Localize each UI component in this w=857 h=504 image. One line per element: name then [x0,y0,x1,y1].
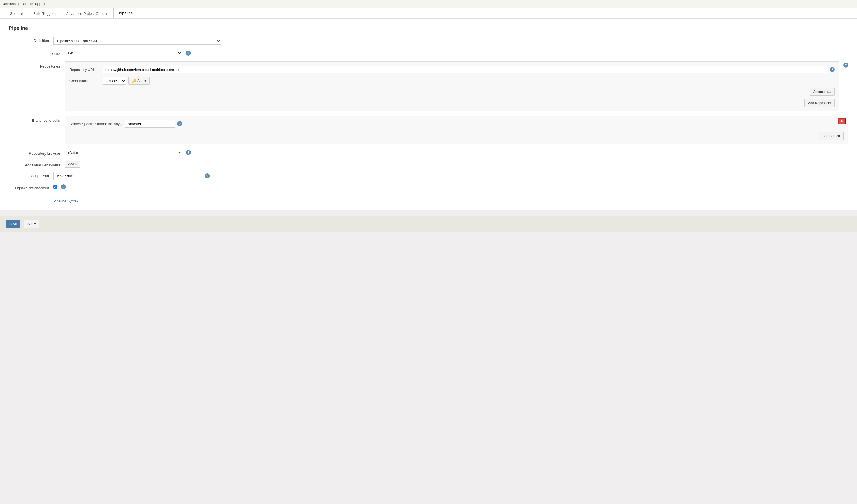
credentials-label: Credentials [69,79,103,83]
scm-help-icon[interactable]: ? [186,51,191,55]
scm-wrap: None Git ? [65,49,232,57]
script-path-label: Script Path [9,172,53,178]
chevron-1-icon: ❯ [17,2,20,5]
branch-remove-button[interactable]: X [838,118,846,124]
tabs-bar: General Build Triggers Advanced Project … [0,8,857,18]
repo-browser-wrap: (Auto) githubweb gitoriousweb gitweb ? [65,149,191,156]
lightweight-checkout-checkbox-wrap [53,185,57,189]
repositories-wrap: Repository URL ? Credentials - none - 🔑 … [65,62,848,111]
branch-specifier-row: Branch Specifier (blank for 'any') ? [69,120,844,127]
chevron-2-icon: ❯ [43,2,46,5]
definition-wrap: Pipeline script Pipeline script from SCM [53,37,221,45]
lightweight-checkout-help-icon[interactable]: ? [61,184,66,189]
repositories-box: Repository URL ? Credentials - none - 🔑 … [65,62,839,111]
advanced-button[interactable]: Advanced... [810,88,835,96]
branches-label: Branches to build [9,116,65,123]
repository-url-label: Repository URL [69,68,103,72]
branches-row: Branches to build X Branch Specifier (bl… [9,116,848,144]
repo-browser-label: Repository browser [9,150,65,156]
breadcrumb: Jenkins ❯ sample_app ❯ [0,0,857,8]
lightweight-checkout-label: Lightweight checkout [9,184,53,190]
add-repo-wrap: Add Repository [69,99,835,107]
branch-specifier-input[interactable] [125,120,175,127]
add-credentials-button[interactable]: 🔑 Add ▾ [128,77,150,85]
jenkins-link[interactable]: Jenkins [3,2,16,6]
tab-build-triggers[interactable]: Build Triggers [28,8,61,18]
additional-behaviours-wrap: Add [65,161,81,168]
repo-actions: Advanced... [69,88,835,98]
credentials-row: Credentials - none - 🔑 Add ▾ [69,77,835,85]
additional-behaviours-row: Additional Behaviours Add [9,161,848,168]
definition-row: Definition Pipeline script Pipeline scri… [9,37,848,45]
repositories-help-icon[interactable]: ? [843,63,848,68]
add-repository-button[interactable]: Add Repository [805,99,835,107]
repo-browser-row: Repository browser (Auto) githubweb gito… [9,149,848,156]
repository-url-input[interactable] [103,66,828,73]
definition-select[interactable]: Pipeline script Pipeline script from SCM [53,37,221,45]
save-button[interactable]: Save [5,220,20,228]
apply-button[interactable]: Apply [24,220,39,228]
tab-pipeline[interactable]: Pipeline [114,8,138,18]
definition-label: Definition [9,37,53,43]
add-behaviour-button[interactable]: Add [65,161,81,168]
scm-label: SCM [9,50,65,56]
lightweight-checkout-wrap: ? [53,184,66,189]
additional-behaviours-label: Additional Behaviours [9,161,65,167]
main-content: Pipeline Definition Pipeline script Pipe… [0,18,857,210]
scm-row: SCM None Git ? [9,49,848,57]
add-branch-button[interactable]: Add Branch [819,132,844,140]
repo-browser-help-icon[interactable]: ? [186,150,191,155]
sample-app-link[interactable]: sample_app [21,2,41,6]
repositories-row: Repositories Repository URL ? Credential… [9,62,848,111]
bottom-bar: Save Apply [0,216,857,232]
repository-url-help-icon[interactable]: ? [829,67,835,72]
add-branch-wrap: Add Branch [69,131,844,140]
scm-select[interactable]: None Git [65,49,182,57]
script-path-wrap: ? [53,172,210,180]
credentials-select[interactable]: - none - [103,77,126,85]
repo-browser-select[interactable]: (Auto) githubweb gitoriousweb gitweb [65,149,182,156]
repositories-label: Repositories [9,62,65,68]
script-path-input[interactable] [53,172,201,180]
repository-url-row: Repository URL ? [69,66,835,73]
tab-general[interactable]: General [4,8,28,18]
key-icon: 🔑 [132,79,136,83]
page-title: Pipeline [9,25,848,31]
lightweight-checkout-checkbox[interactable] [53,185,57,189]
branch-specifier-label: Branch Specifier (blank for 'any') [69,122,125,126]
branches-box: X Branch Specifier (blank for 'any') ? A… [65,116,848,144]
script-path-help-icon[interactable]: ? [205,173,210,178]
branch-specifier-help-icon[interactable]: ? [177,121,182,126]
pipeline-syntax-link[interactable]: Pipeline Syntax [53,199,79,203]
branches-wrap: X Branch Specifier (blank for 'any') ? A… [65,116,848,144]
tab-advanced-project-options[interactable]: Advanced Project Options [61,8,114,18]
script-path-row: Script Path ? [9,172,848,180]
lightweight-checkout-row: Lightweight checkout ? [9,184,848,190]
